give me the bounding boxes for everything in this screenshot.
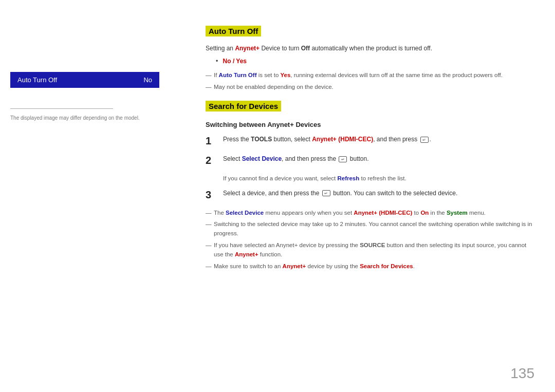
right-panel: Auto Turn Off Setting an Anynet+ Device …: [190, 0, 555, 392]
refresh-ref: Refresh: [337, 175, 359, 181]
anynet-hdmi-bold: Anynet+ (HDMI-CEC): [354, 210, 412, 216]
note-section2-1: The Select Device menu appears only when…: [206, 208, 534, 217]
step-number-2: 2: [206, 154, 220, 166]
enter-icon-2: ↵: [339, 156, 347, 162]
menu-item-value: No: [143, 76, 152, 84]
note-section2-2: Switching to the selected device may tak…: [206, 219, 534, 238]
note-line-1: If Auto Turn Off is set to Yes, running …: [206, 70, 534, 80]
bullet-item-no-yes: No / Yes: [216, 57, 534, 66]
anynet-hdmi-ref: Anynet+ (HDMI-CEC): [312, 136, 373, 143]
menu-item-auto-turn-off[interactable]: Auto Turn Off No: [10, 72, 159, 88]
select-device-bold: Select Device: [226, 210, 264, 216]
yes-ref: Yes: [281, 72, 291, 78]
step-3-content: Select a device, and then press the ↵ bu…: [223, 189, 534, 198]
no-yes-text: No / Yes: [223, 58, 247, 65]
on-ref: On: [420, 210, 429, 216]
left-panel: Auto Turn Off No The displayed image may…: [0, 0, 190, 392]
off-ref: Off: [301, 45, 310, 52]
enter-icon-1: ↵: [420, 137, 429, 143]
auto-turn-off-section: Auto Turn Off Setting an Anynet+ Device …: [206, 26, 534, 91]
step-1-content: Press the TOOLS button, select Anynet+ (…: [223, 135, 534, 144]
bullet-list: No / Yes: [206, 57, 534, 66]
step-2: 2 Select Select Device, and then press t…: [206, 154, 534, 166]
page-number: 135: [510, 365, 534, 382]
step-number-1: 1: [206, 135, 220, 147]
system-ref: System: [447, 210, 468, 216]
anynet-plus-ref: Anynet+: [235, 45, 260, 52]
search-devices-section: Search for Devices Switching between Any…: [206, 101, 534, 271]
step-number-3: 3: [206, 189, 220, 201]
search-devices-title: Search for Devices: [206, 101, 281, 111]
anynet-plus-bold: Anynet+: [235, 251, 258, 257]
select-device-ref: Select Device: [242, 155, 282, 162]
auto-turn-off-bold: Auto Turn Off: [219, 72, 257, 78]
notes-section: The Select Device menu appears only when…: [206, 208, 534, 271]
step-1: 1 Press the TOOLS button, select Anynet+…: [206, 135, 534, 147]
note-section2-3: If you have selected an Anynet+ device b…: [206, 240, 534, 259]
auto-turn-off-title: Auto Turn Off: [206, 26, 261, 36]
note-section2-4: Make sure to switch to an Anynet+ device…: [206, 262, 534, 271]
divider: [10, 108, 113, 109]
tools-ref: TOOLS: [251, 136, 272, 143]
note-line-2: May not be enabled depending on the devi…: [206, 82, 534, 91]
enter-icon-3: ↵: [322, 190, 330, 196]
search-for-devices-ref: Search for Devices: [360, 263, 413, 269]
menu-item-label: Auto Turn Off: [17, 76, 57, 84]
subsection-title: Switching between Anynet+ Devices: [206, 121, 534, 128]
auto-turn-off-desc: Setting an Anynet+ Device to turn Off au…: [206, 44, 534, 53]
step-3: 3 Select a device, and then press the ↵ …: [206, 189, 534, 201]
sub-note-step2: If you cannot find a device you want, se…: [206, 174, 534, 183]
source-ref: SOURCE: [360, 242, 385, 248]
disclaimer: The displayed image may differ depending…: [10, 115, 140, 121]
steps-list-2: 3 Select a device, and then press the ↵ …: [206, 189, 534, 201]
steps-list: 1 Press the TOOLS button, select Anynet+…: [206, 135, 534, 166]
step-2-content: Select Select Device, and then press the…: [223, 154, 534, 164]
anynet-plus-ref2: Anynet+: [283, 263, 306, 269]
